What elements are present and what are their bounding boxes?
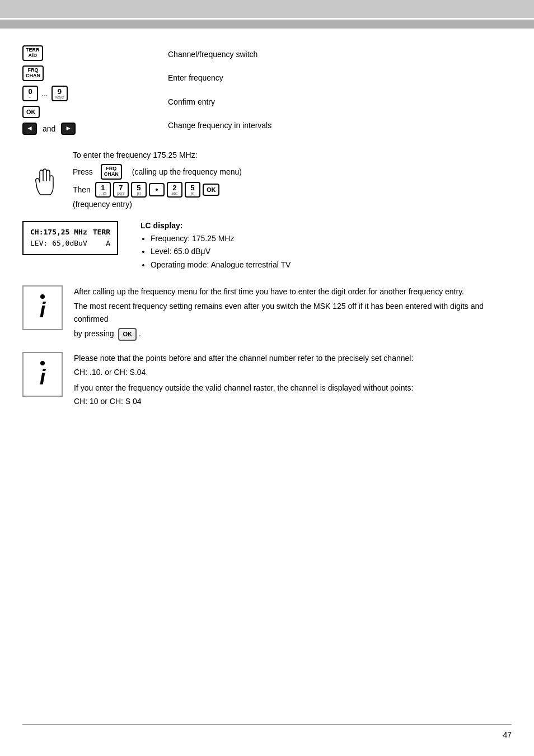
- info1-para1: After calling up the frequency menu for …: [74, 285, 512, 298]
- number-keys-row: 0 ⌣ ... 9 wxyz: [22, 86, 68, 101]
- page-wrapper: TERR A/D FRQ CHAN 0 ⌣: [0, 0, 534, 419]
- lc-display-title: LC display:: [140, 221, 512, 230]
- info-dot-2: [40, 361, 45, 365]
- ok-inline-key[interactable]: OK: [118, 328, 137, 341]
- lc-item-1: Frequency: 175.25 MHz: [151, 232, 512, 246]
- page-header: [0, 0, 534, 18]
- arrow-keys-row: ◄ and ►: [22, 123, 76, 135]
- lc-display-list: Frequency: 175.25 MHz Level: 65.0 dBμV O…: [140, 232, 512, 272]
- key-7[interactable]: 7 pqrs: [113, 182, 129, 198]
- descriptions-column: Channel/frequency switch Enter frequency…: [146, 45, 271, 135]
- lc-content: LC display: Frequency: 175.25 MHz Level:…: [140, 221, 512, 272]
- freq-intro: To enter the frequency 175.25 MHz:: [73, 151, 512, 159]
- footer-divider: [22, 724, 512, 725]
- info-i-1: i: [40, 298, 46, 322]
- info2-para2: CH: .10. or CH: S.04.: [74, 366, 512, 378]
- frequency-section: To enter the frequency 175.25 MHz: Press…: [22, 151, 512, 209]
- arrow-left-key[interactable]: ◄: [22, 123, 37, 135]
- nine-main: 9: [58, 88, 62, 95]
- keys-column: TERR A/D FRQ CHAN 0 ⌣: [22, 45, 146, 135]
- ok-confirm-key[interactable]: OK: [203, 184, 220, 196]
- frq-chan-press-key[interactable]: FRQ CHAN: [101, 164, 122, 180]
- arrow-left-icon: ◄: [26, 125, 33, 132]
- info2-para1: Please note that the points before and a…: [74, 352, 512, 364]
- hand-icon: [28, 161, 62, 203]
- ok-label: OK: [26, 109, 36, 115]
- key-1[interactable]: 1 .,:@: [95, 182, 111, 198]
- page-number: 47: [0, 730, 534, 739]
- lc-item-3: Operating mode: Analogue terrestrial TV: [151, 259, 512, 272]
- info-i-2: i: [40, 365, 46, 389]
- terr-key-row: TERR A/D: [22, 45, 43, 61]
- key-5a[interactable]: 5 jkl: [131, 182, 147, 198]
- frq-press-line2: CHAN: [104, 172, 119, 177]
- zero-label: 0: [28, 88, 32, 95]
- and-label: and: [43, 124, 55, 133]
- dot-separator-key[interactable]: •: [149, 183, 165, 196]
- ok-key[interactable]: OK: [22, 106, 40, 118]
- then-row: Then 1 .,:@ 7 pqrs: [73, 182, 512, 198]
- info-section-1: i After calling up the frequency menu fo…: [22, 285, 512, 341]
- page-subheader: [0, 20, 534, 29]
- info-icon-2: i: [22, 352, 63, 397]
- ok-confirm-label: OK: [207, 186, 216, 193]
- terr-ad-key[interactable]: TERR A/D: [22, 45, 43, 61]
- terr-line2: A/D: [29, 53, 38, 59]
- desc-change-freq: Change frequency in intervals: [168, 120, 271, 132]
- zero-key[interactable]: 0 ⌣: [22, 86, 38, 101]
- hand-icon-container: [22, 156, 67, 209]
- arrow-right-icon: ►: [65, 125, 72, 132]
- freq-content: To enter the frequency 175.25 MHz: Press…: [73, 151, 512, 209]
- freq-entry-note: (frequency entry): [73, 200, 512, 209]
- main-content: TERR A/D FRQ CHAN 0 ⌣: [0, 29, 534, 419]
- footer: 47: [0, 724, 534, 739]
- info2-para3: If you enter the frequency outside the v…: [74, 382, 512, 394]
- info-dot-1: [40, 294, 45, 299]
- press-label: Press: [73, 167, 93, 176]
- info-text-1: After calling up the frequency menu for …: [74, 285, 512, 341]
- top-section: TERR A/D FRQ CHAN 0 ⌣: [22, 45, 512, 135]
- arrow-right-key[interactable]: ►: [61, 123, 76, 135]
- info-section-2: i Please note that the points before and…: [22, 352, 512, 408]
- frq-chan-key[interactable]: FRQ CHAN: [22, 65, 44, 81]
- nine-sub: wxyz: [55, 95, 64, 99]
- desc-channel-freq: Channel/frequency switch: [168, 49, 271, 60]
- frq-line2: CHAN: [26, 73, 40, 79]
- info2-para4: CH: 10 or CH: S 04: [74, 395, 512, 407]
- lc-row1-right: TERR: [93, 227, 110, 238]
- key-2[interactable]: 2 abc: [167, 182, 182, 198]
- desc-enter-freq: Enter frequency: [168, 72, 271, 84]
- frq-chan-key-row: FRQ CHAN: [22, 65, 44, 81]
- key-5b[interactable]: 5 jkl: [185, 182, 200, 198]
- lc-item-2: Level: 65.0 dBμV: [151, 245, 512, 259]
- calling-label: (calling up the frequency menu): [132, 167, 242, 176]
- lc-display-box: CH:175,25 MHz TERR LEV: 65,0dBuV A: [22, 221, 118, 256]
- info-text-2: Please note that the points before and a…: [74, 352, 512, 408]
- press-row: Press FRQ CHAN (calling up the frequency…: [73, 164, 512, 180]
- info1-para2: The most recent frequency setting remain…: [74, 300, 512, 325]
- then-label: Then: [73, 185, 91, 194]
- ok-key-row: OK: [22, 106, 40, 118]
- lc-display-section: CH:175,25 MHz TERR LEV: 65,0dBuV A LC di…: [22, 221, 512, 272]
- lc-row2-left: LEV: 65,0dBuV: [30, 238, 87, 250]
- info-icon-1: i: [22, 285, 63, 330]
- ellipsis: ...: [41, 89, 48, 98]
- nine-key[interactable]: 9 wxyz: [51, 86, 68, 101]
- info1-para3: by pressing OK.: [74, 327, 512, 341]
- lc-row1-left: CH:175,25 MHz: [30, 227, 87, 238]
- lc-row2-right: A: [106, 238, 110, 250]
- desc-confirm-entry: Confirm entry: [168, 96, 271, 108]
